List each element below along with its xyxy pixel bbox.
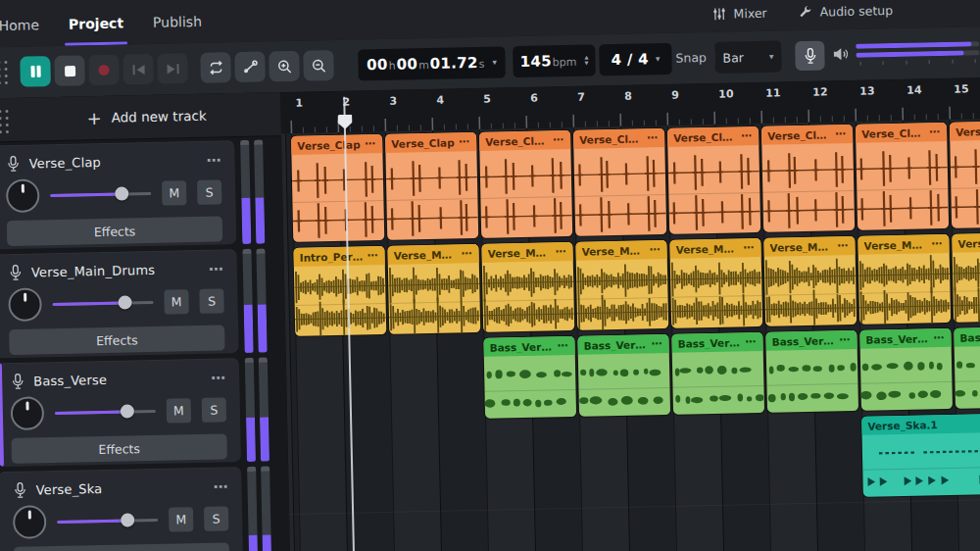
audio-clip[interactable]: Verse_Clap... ⋯ <box>856 123 949 230</box>
automation-button[interactable] <box>234 51 266 82</box>
skip-back-button[interactable] <box>122 54 154 85</box>
clip-menu-icon[interactable]: ⋯ <box>931 237 943 250</box>
pan-knob[interactable] <box>11 396 45 430</box>
bpm-control[interactable]: 145bpm ▴▾ <box>513 44 596 77</box>
timeline-grid[interactable]: Verse_Clap ⋯ Verse_Clap ⋯ Verse_Clap.1 ⋯… <box>281 119 980 551</box>
audio-clip[interactable]: Bass_Verse.3 ⋯ <box>765 330 858 413</box>
audio-clip[interactable]: Verse_Clap.1 ⋯ <box>479 130 572 238</box>
zoom-in-button[interactable] <box>269 51 300 82</box>
clip-menu-icon[interactable]: ⋯ <box>555 245 566 258</box>
audio-clip[interactable]: Bass_Verse.1 ⋯ <box>577 334 670 417</box>
audio-clip[interactable]: Verse_Ska.1 ⋯ <box>861 413 980 497</box>
audio-clip[interactable]: Verse_Main... ⋯ <box>669 238 762 328</box>
track-menu-icon[interactable]: ⋯ <box>211 374 225 381</box>
record-button[interactable] <box>88 55 120 86</box>
pan-knob[interactable] <box>13 505 47 539</box>
tab-home[interactable]: Home <box>0 17 43 47</box>
audio-clip[interactable]: Verse_Clap... ⋯ <box>761 125 855 232</box>
drag-handle-icon[interactable] <box>0 110 10 134</box>
time-signature-caret-icon[interactable]: ▾ <box>656 54 661 64</box>
stop-button[interactable] <box>54 55 85 86</box>
audio-clip[interactable]: Bass_... ⋯ <box>954 326 980 409</box>
clip-menu-icon[interactable]: ⋯ <box>459 135 470 148</box>
audio-clip[interactable]: Verse_Main... ⋯ <box>763 236 857 326</box>
zoom-out-button[interactable] <box>303 50 334 81</box>
audio-clip[interactable]: Verse_Main_ ⋯ <box>387 244 480 334</box>
clip-menu-icon[interactable]: ⋯ <box>557 339 568 352</box>
pan-knob[interactable] <box>8 287 42 322</box>
audio-clip[interactable]: Intro_Percus_ ⋯ <box>293 246 386 336</box>
effects-button[interactable]: Effects <box>7 216 222 246</box>
audio-clip[interactable]: Verse_... ⋯ <box>950 121 980 228</box>
add-new-track-button[interactable]: + Add new track <box>22 92 271 140</box>
loop-button[interactable] <box>200 52 231 83</box>
audio-clip[interactable]: Verse_Main... ⋯ <box>575 240 668 330</box>
track-card[interactable]: Verse_Clap ⋯ M S Effects <box>0 140 236 249</box>
tab-project[interactable]: Project <box>65 15 128 45</box>
audio-clip[interactable]: Bass_Verse... ⋯ <box>859 328 953 411</box>
clip-menu-icon[interactable]: ⋯ <box>367 249 378 262</box>
audio-clip[interactable]: Verse_Clap... ⋯ <box>667 126 760 234</box>
mute-button[interactable]: M <box>162 180 187 206</box>
speaker-icon[interactable] <box>832 46 850 62</box>
audio-clip[interactable]: Verse_... ⋯ <box>952 232 980 323</box>
audio-clip[interactable]: Bass_Verse ⋯ <box>483 336 576 419</box>
clip-menu-icon[interactable]: ⋯ <box>461 247 472 260</box>
slider-handle[interactable] <box>121 404 134 418</box>
effects-button[interactable]: Effects <box>11 433 226 464</box>
track-card[interactable]: Verse_Main_Drums ⋯ M S Effects <box>0 249 239 358</box>
drag-handle-icon[interactable] <box>0 61 9 85</box>
solo-button[interactable]: S <box>197 179 222 205</box>
track-menu-icon[interactable]: ⋯ <box>209 265 223 273</box>
effects-button[interactable]: Effects <box>14 542 229 551</box>
clip-menu-icon[interactable]: ⋯ <box>745 335 757 348</box>
clip-menu-icon[interactable]: ⋯ <box>933 331 945 344</box>
volume-slider[interactable] <box>57 512 158 529</box>
audio-clip[interactable]: Bass_Verse.2 ⋯ <box>671 332 764 415</box>
solo-button[interactable]: S <box>199 288 224 314</box>
tab-publish[interactable]: Publish <box>149 14 207 44</box>
pan-knob[interactable] <box>6 178 40 213</box>
slider-handle[interactable] <box>121 513 134 526</box>
volume-slider[interactable] <box>55 403 156 421</box>
audio-clip[interactable]: Verse_Main... ⋯ <box>481 242 574 332</box>
clip-menu-icon[interactable]: ⋯ <box>651 337 662 350</box>
time-display-caret-icon[interactable]: ▾ <box>492 58 497 68</box>
clip-menu-icon[interactable]: ⋯ <box>647 131 659 144</box>
slider-handle[interactable] <box>119 295 132 309</box>
pause-button[interactable] <box>20 56 51 87</box>
clip-menu-icon[interactable]: ⋯ <box>741 129 753 142</box>
track-menu-icon[interactable]: ⋯ <box>206 156 220 164</box>
effects-button[interactable]: Effects <box>9 325 224 355</box>
audio-clip[interactable]: Verse_Clap.1.1 ⋯ <box>573 128 666 236</box>
track-card[interactable]: Verse_Ska ⋯ M S Effects <box>0 467 243 551</box>
mute-button[interactable]: M <box>164 289 189 315</box>
clip-menu-icon[interactable]: ⋯ <box>365 137 376 150</box>
slider-handle[interactable] <box>115 186 128 200</box>
volume-slider[interactable] <box>52 294 153 312</box>
volume-slider[interactable] <box>50 185 151 203</box>
clip-menu-icon[interactable]: ⋯ <box>929 125 941 138</box>
mute-button[interactable]: M <box>167 398 192 424</box>
audio-clip[interactable]: Verse_Clap ⋯ <box>291 134 384 242</box>
track-card[interactable]: Bass_Verse ⋯ M S Effects <box>0 358 241 467</box>
clip-menu-icon[interactable]: ⋯ <box>839 333 851 346</box>
clip-menu-icon[interactable]: ⋯ <box>649 243 661 256</box>
mixer-button[interactable]: Mixer <box>711 6 766 22</box>
track-menu-icon[interactable]: ⋯ <box>213 482 227 490</box>
clip-menu-icon[interactable]: ⋯ <box>553 133 564 146</box>
audio-clip[interactable]: Verse_Clap ⋯ <box>385 132 478 240</box>
time-display[interactable]: 00h00m01.72s ▾ <box>358 46 506 80</box>
microphone-button[interactable] <box>795 41 825 72</box>
clip-menu-icon[interactable]: ⋯ <box>835 127 847 140</box>
mute-button[interactable]: M <box>169 507 194 532</box>
solo-button[interactable]: S <box>204 506 229 531</box>
skip-forward-button[interactable] <box>157 53 188 84</box>
clip-menu-icon[interactable]: ⋯ <box>837 239 849 252</box>
snap-grid-select[interactable]: Bar ▾ <box>714 40 782 73</box>
audio-setup-button[interactable]: Audio setup <box>798 3 893 20</box>
clip-menu-icon[interactable]: ⋯ <box>743 241 755 254</box>
solo-button[interactable]: S <box>202 397 227 423</box>
audio-clip[interactable]: Verse_Main... ⋯ <box>858 234 951 325</box>
time-signature-control[interactable]: 4 / 4 ▾ <box>599 43 672 76</box>
